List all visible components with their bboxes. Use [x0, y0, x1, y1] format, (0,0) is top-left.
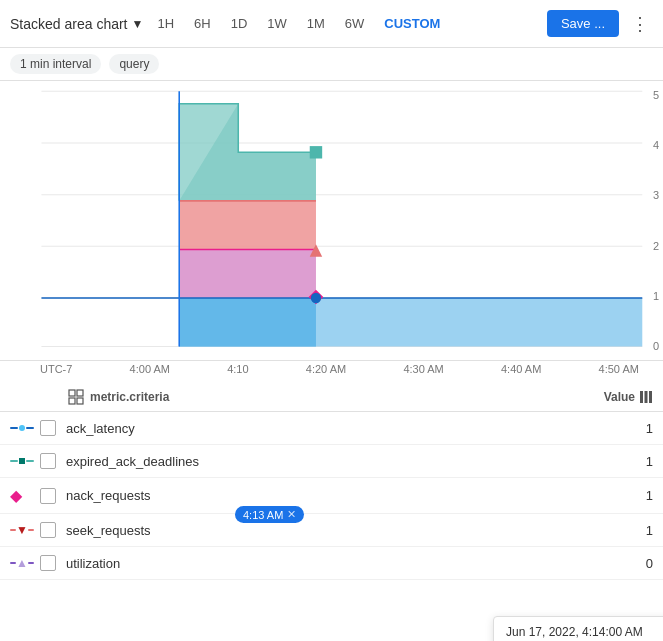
- row-checkbox-ack-latency[interactable]: [40, 420, 56, 436]
- column-options-icon[interactable]: [639, 390, 653, 404]
- row-name-seek: seek_requests: [66, 523, 593, 538]
- query-pill[interactable]: query: [109, 54, 159, 74]
- svg-rect-23: [77, 390, 83, 396]
- chart-container: 5 4 3 2 1 0: [0, 81, 663, 383]
- interval-pill[interactable]: 1 min interval: [10, 54, 101, 74]
- x-label-430: 4:30 AM: [403, 363, 443, 383]
- table-row: ack_latency 1: [0, 412, 663, 445]
- svg-rect-26: [640, 391, 643, 403]
- row-value-ack-latency: 1: [593, 421, 653, 436]
- sub-header: 1 min interval query: [0, 48, 663, 81]
- svg-rect-27: [645, 391, 648, 403]
- row-icon-nack: ◆: [10, 486, 40, 505]
- time-1d-button[interactable]: 1D: [225, 12, 254, 35]
- x-label-450: 4:50 AM: [599, 363, 639, 383]
- svg-rect-18: [310, 146, 322, 158]
- util-triangle-icon: ▲: [16, 557, 28, 569]
- chart-title-button[interactable]: Stacked area chart ▼: [10, 16, 143, 32]
- row-icon-ack-latency: [10, 425, 40, 431]
- svg-rect-25: [77, 398, 83, 404]
- table-row: ▲ utilization 0: [0, 547, 663, 580]
- cursor-timestamp: 4:13 AM ✕: [235, 506, 304, 523]
- row-checkbox-expired[interactable]: [40, 453, 56, 469]
- row-value-expired: 1: [593, 454, 653, 469]
- row-name-util: utilization: [66, 556, 593, 571]
- table-row: ◆ nack_requests 1: [0, 478, 663, 514]
- row-value-seek: 1: [593, 523, 653, 538]
- row-checkbox-util[interactable]: [40, 555, 56, 571]
- svg-marker-12: [179, 298, 642, 347]
- save-button[interactable]: Save ...: [547, 10, 619, 37]
- row-name-nack: nack_requests: [66, 488, 593, 503]
- tooltip-title: Jun 17, 2022, 4:14:00 AM: [506, 625, 663, 639]
- row-icon-expired: [10, 458, 40, 464]
- row-checkbox-nack[interactable]: [40, 488, 56, 504]
- row-name-ack-latency: ack_latency: [66, 421, 593, 436]
- x-label-4am: 4:00 AM: [130, 363, 170, 383]
- table-header: metric.criteria Value: [0, 383, 663, 412]
- metric-criteria-icon: [68, 389, 84, 405]
- x-label-utc: UTC-7: [40, 363, 72, 383]
- table-header-value-col: Value: [593, 390, 653, 404]
- row-icon-util: ▲: [10, 557, 40, 569]
- header: Stacked area chart ▼ 1H 6H 1D 1W 1M 6W C…: [0, 0, 663, 48]
- row-value-nack: 1: [593, 488, 653, 503]
- table-header-metric-col: metric.criteria: [68, 389, 593, 405]
- chart-svg: [0, 81, 663, 360]
- x-axis-labels: UTC-7 4:00 AM 4:10 4:20 AM 4:30 AM 4:40 …: [0, 361, 663, 383]
- x-label-410: 4:10: [227, 363, 248, 383]
- time-1w-button[interactable]: 1W: [261, 12, 293, 35]
- row-checkbox-seek[interactable]: [40, 522, 56, 538]
- row-name-expired: expired_ack_deadlines: [66, 454, 593, 469]
- chart-title: Stacked area chart: [10, 16, 128, 32]
- dropdown-icon: ▼: [132, 17, 144, 31]
- time-1h-button[interactable]: 1H: [151, 12, 180, 35]
- nack-diamond-icon: ◆: [10, 486, 22, 505]
- svg-point-21: [311, 293, 321, 303]
- seek-triangle-icon: ▼: [16, 524, 28, 536]
- chart-area[interactable]: 5 4 3 2 1 0: [0, 81, 663, 361]
- time-6w-button[interactable]: 6W: [339, 12, 371, 35]
- svg-rect-22: [69, 390, 75, 396]
- time-6h-button[interactable]: 6H: [188, 12, 217, 35]
- table-row: ▼ seek_requests 1: [0, 514, 663, 547]
- svg-marker-14: [179, 249, 316, 298]
- svg-marker-15: [179, 201, 316, 250]
- svg-rect-24: [69, 398, 75, 404]
- time-custom-button[interactable]: CUSTOM: [378, 12, 446, 35]
- x-label-420: 4:20 AM: [306, 363, 346, 383]
- table-value-label: Value: [604, 390, 635, 404]
- close-timestamp-icon[interactable]: ✕: [287, 508, 296, 521]
- table-row: expired_ack_deadlines 1: [0, 445, 663, 478]
- tooltip: Jun 17, 2022, 4:14:00 AM expired_ack_dea…: [493, 616, 663, 641]
- time-1m-button[interactable]: 1M: [301, 12, 331, 35]
- svg-rect-28: [649, 391, 652, 403]
- row-icon-seek: ▼: [10, 524, 40, 536]
- row-value-util: 0: [593, 556, 653, 571]
- more-options-button[interactable]: ⋮: [627, 9, 653, 39]
- x-label-440: 4:40 AM: [501, 363, 541, 383]
- table-metric-label: metric.criteria: [90, 390, 169, 404]
